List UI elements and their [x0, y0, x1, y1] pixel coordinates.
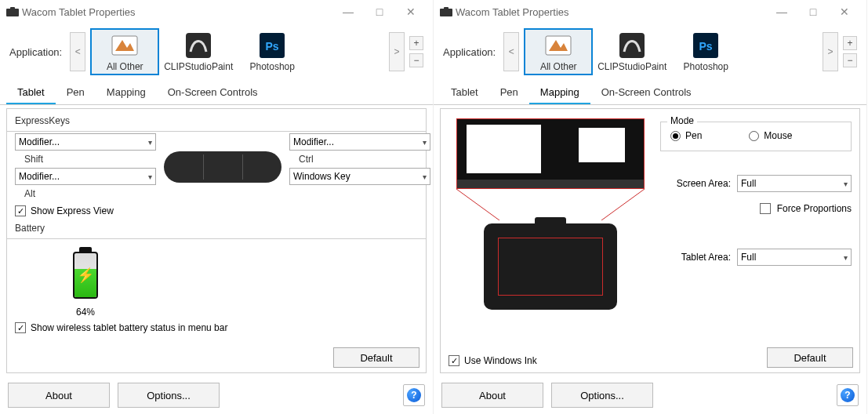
screen-area-row: Screen Area: Full ▾: [660, 175, 852, 192]
show-battery-status-row[interactable]: ✓ Show wireless tablet battery status in…: [15, 322, 418, 333]
screen-area-combo[interactable]: Full ▾: [737, 175, 852, 192]
app-item-label: CLIPStudioPaint: [597, 61, 666, 72]
expresskey-3-value: Ctrl: [289, 152, 430, 166]
titlebar: Wacom Tablet Properties — □ ✕: [434, 0, 866, 24]
svg-rect-3: [186, 33, 211, 58]
app-item-label: Photoshop: [250, 61, 295, 72]
screen-area-preview[interactable]: [456, 118, 645, 189]
tab-tablet[interactable]: Tablet: [6, 82, 56, 104]
maximize-button[interactable]: □: [364, 1, 395, 23]
close-button[interactable]: ✕: [395, 1, 427, 23]
app-scroll-left[interactable]: <: [503, 32, 519, 71]
mapping-controls: Mode Pen Mouse Screen Area:: [660, 114, 852, 365]
app-item-label: All Other: [107, 61, 143, 72]
mode-mouse-radio[interactable]: Mouse: [749, 130, 792, 141]
expresskey-2-value: Alt: [15, 187, 156, 201]
help-icon: ?: [407, 388, 421, 402]
expresskeys-visual: [156, 151, 289, 183]
app-scroll-right[interactable]: >: [823, 32, 838, 71]
app-add-button[interactable]: +: [843, 36, 857, 50]
app-item-clipstudio[interactable]: CLIPStudioPaint: [164, 30, 233, 74]
default-button[interactable]: Default: [767, 347, 853, 368]
combo-label: Windows Key: [293, 171, 350, 182]
app-item-clipstudio[interactable]: CLIPStudioPaint: [597, 30, 666, 74]
mode-group: Mode Pen Mouse: [660, 122, 852, 151]
tab-bar: Tablet Pen Mapping On-Screen Controls: [0, 82, 433, 105]
maximize-button[interactable]: □: [797, 1, 829, 23]
radio-icon: [670, 131, 681, 141]
footer: About Options... ?: [0, 376, 433, 414]
app-item-label: All Other: [540, 61, 577, 72]
window-title: Wacom Tablet Properties: [452, 6, 766, 18]
app-scroll-right[interactable]: >: [389, 32, 405, 71]
app-item-all-other[interactable]: All Other: [524, 28, 593, 75]
tablet-area-row: Tablet Area: Full ▾: [660, 249, 852, 266]
show-express-view-row[interactable]: ✓ Show Express View: [15, 205, 418, 216]
tab-onscreen-controls[interactable]: On-Screen Controls: [157, 82, 269, 104]
expresskey-1-combo[interactable]: Modifier... ▾: [15, 133, 156, 151]
tablet-tab-content: ExpressKeys Modifier... ▾ Shift Modifier…: [6, 108, 427, 373]
tab-tablet[interactable]: Tablet: [440, 82, 489, 104]
default-button[interactable]: Default: [333, 347, 419, 368]
tab-pen[interactable]: Pen: [489, 82, 529, 104]
mode-label: Mode: [667, 115, 697, 126]
titlebar: Wacom Tablet Properties — □ ✕: [0, 0, 433, 24]
combo-value: Full: [741, 178, 756, 189]
expresskey-3-combo[interactable]: Modifier... ▾: [289, 133, 430, 151]
minimize-button[interactable]: —: [766, 1, 797, 23]
app-item-photoshop[interactable]: Ps Photoshop: [671, 30, 740, 74]
checkbox-label: Show Express View: [31, 205, 114, 216]
about-button[interactable]: About: [441, 383, 543, 408]
checkbox-icon: [760, 203, 771, 214]
svg-rect-9: [619, 33, 645, 58]
app-item-photoshop[interactable]: Ps Photoshop: [238, 30, 307, 74]
help-button[interactable]: ?: [403, 384, 425, 406]
minimize-button[interactable]: —: [332, 1, 364, 23]
expresskey-4-combo[interactable]: Windows Key ▾: [289, 168, 430, 185]
help-button[interactable]: ?: [837, 384, 859, 406]
tablet-area-combo[interactable]: Full ▾: [737, 249, 852, 266]
tab-pen[interactable]: Pen: [56, 82, 96, 104]
app-item-all-other[interactable]: All Other: [90, 28, 159, 75]
app-scroll-left[interactable]: <: [70, 32, 85, 71]
wacom-app-icon: [440, 5, 452, 18]
tablet-area-preview[interactable]: [484, 223, 617, 310]
chevron-down-icon: ▾: [844, 253, 848, 262]
mode-pen-radio[interactable]: Pen: [670, 130, 702, 141]
svg-line-13: [601, 189, 645, 220]
use-windows-ink-row[interactable]: ✓ Use Windows Ink: [449, 355, 537, 366]
tab-bar: Tablet Pen Mapping On-Screen Controls: [434, 82, 866, 105]
app-remove-button[interactable]: −: [409, 53, 423, 67]
tab-onscreen-controls[interactable]: On-Screen Controls: [590, 82, 703, 104]
chevron-down-icon: ▾: [148, 138, 152, 147]
wacom-app-icon: [6, 5, 19, 18]
tab-mapping[interactable]: Mapping: [96, 82, 157, 104]
battery-group-label: Battery: [15, 223, 418, 234]
help-icon: ?: [841, 388, 855, 402]
radio-label: Mouse: [764, 130, 792, 141]
clipstudio-icon: [184, 31, 212, 60]
window-mapping-tab: Wacom Tablet Properties — □ ✕ Applicatio…: [434, 0, 867, 414]
projection-lines: [456, 189, 645, 220]
footer: About Options... ?: [434, 376, 866, 414]
about-button[interactable]: About: [8, 383, 110, 408]
combo-label: Modifier...: [293, 136, 334, 147]
window-tablet-tab: Wacom Tablet Properties — □ ✕ Applicatio…: [0, 0, 434, 414]
options-button[interactable]: Options...: [118, 383, 220, 408]
checkbox-icon: ✓: [15, 205, 26, 216]
tab-mapping[interactable]: Mapping: [529, 82, 590, 104]
application-strip: Application: < All Other CLIPStudioPaint…: [0, 24, 433, 82]
tablet-area-label: Tablet Area:: [660, 252, 731, 263]
close-button[interactable]: ✕: [829, 1, 860, 23]
force-proportions-row[interactable]: Force Proportions: [660, 203, 852, 214]
mapping-tab-content: Mode Pen Mouse Screen Area:: [440, 108, 860, 373]
combo-label: Modifier...: [19, 171, 60, 182]
expresskey-2-combo[interactable]: Modifier... ▾: [15, 168, 156, 185]
options-button[interactable]: Options...: [551, 383, 653, 408]
app-remove-button[interactable]: −: [843, 53, 857, 67]
svg-line-12: [456, 189, 499, 220]
app-add-button[interactable]: +: [409, 36, 423, 50]
combo-label: Modifier...: [19, 136, 60, 147]
svg-text:Ps: Ps: [266, 40, 279, 53]
mapping-visual: [449, 114, 652, 365]
